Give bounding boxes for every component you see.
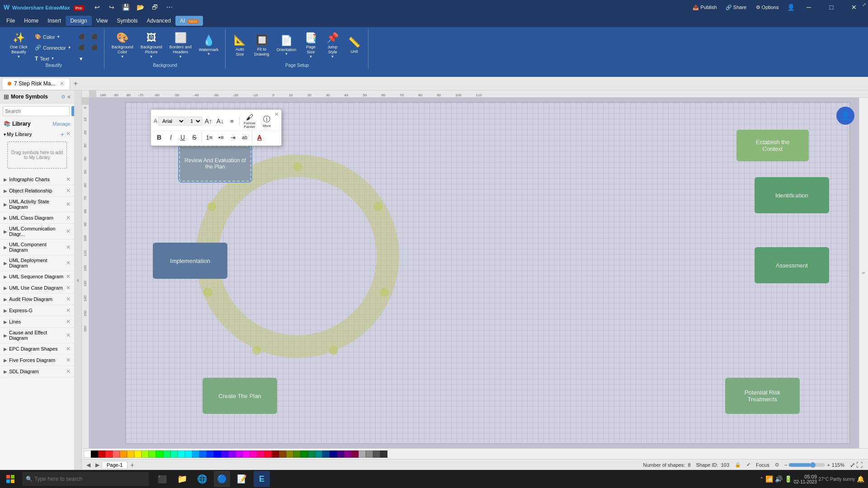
spellcheck-icon-btn[interactable]: ✓ (746, 462, 750, 468)
color-swatch-yellow1[interactable] (127, 450, 134, 458)
close-library-button[interactable]: ✕ (66, 131, 71, 138)
align-button[interactable]: ≡ (226, 116, 237, 127)
ordered-list-button[interactable]: 1≡ (204, 132, 215, 143)
fit-view-button[interactable]: ⤢ (850, 461, 855, 469)
edrawmax-button[interactable]: E (254, 471, 270, 487)
color-swatch-dark-blue1[interactable] (322, 450, 330, 458)
close-icon[interactable]: ✕ (66, 215, 71, 221)
color-swatch-red1[interactable] (98, 450, 105, 458)
color-swatch-gray3[interactable] (373, 450, 380, 458)
color-swatch-blue4[interactable] (214, 450, 221, 458)
connector-button[interactable]: 🔗 Connector ▼ (32, 43, 74, 53)
color-swatch-green2[interactable] (156, 450, 163, 458)
close-icon[interactable]: ✕ (66, 176, 71, 183)
close-icon[interactable]: ✕ (66, 228, 71, 235)
menu-insert[interactable]: Insert (43, 16, 66, 26)
color-swatch-dark-pink[interactable] (351, 450, 359, 458)
sidebar-item-object[interactable]: ▶ Object Relationship ✕ (0, 185, 74, 197)
publish-button[interactable]: 📤 Publish (689, 0, 721, 14)
unordered-list-button[interactable]: •≡ (216, 132, 226, 143)
color-swatch-crimson[interactable] (264, 450, 272, 458)
color-swatch-blue2[interactable] (199, 450, 207, 458)
notification-icon[interactable]: 🔔 (857, 475, 864, 483)
color-button[interactable]: 🎨 Color ▼ (32, 32, 63, 42)
close-icon[interactable]: ✕ (66, 244, 71, 250)
close-icon[interactable]: ✕ (66, 260, 71, 266)
color-swatch-gray4[interactable] (380, 450, 387, 458)
sidebar-item-uml-comm[interactable]: ▶ UML Communication Diagr... ✕ (0, 224, 74, 239)
menu-home[interactable]: Home (19, 16, 43, 26)
node-assessment[interactable]: Assessment (755, 247, 829, 283)
menu-symbols[interactable]: Symbols (113, 16, 142, 26)
user-avatar[interactable]: 👤 (836, 107, 854, 125)
taskbar-search-input[interactable] (34, 476, 145, 482)
start-button[interactable] (0, 470, 20, 488)
diagram-page[interactable]: ✕ A Arial 12 A↑ A↓ ≡ (125, 102, 850, 444)
auto-size-button[interactable]: 📐 AutoSize (230, 32, 250, 59)
page-tab-1[interactable]: Page-1 (102, 461, 127, 469)
color-swatch-yellow2[interactable] (134, 450, 142, 458)
menu-view[interactable]: View (92, 16, 113, 26)
close-icon[interactable]: ✕ (66, 368, 71, 375)
color-swatch-red2[interactable] (105, 450, 113, 458)
sidebar-item-five-forces[interactable]: ▶ Five Forces Diagram ✕ (0, 355, 74, 366)
taskbar-search-box[interactable]: 🔍 (22, 472, 149, 486)
my-library-expand[interactable]: ▾ (4, 132, 6, 137)
arrow-up-icon[interactable]: ⌃ (760, 476, 764, 482)
tab-document[interactable]: 7 Step Risk Ma... ✕ (2, 78, 70, 89)
close-button[interactable]: ✕ (844, 0, 864, 14)
close-icon[interactable]: ✕ (66, 201, 71, 207)
node-review[interactable]: Review And Evaluation of the Plan (179, 145, 251, 182)
search-input[interactable] (3, 106, 70, 116)
color-swatch-dark-green1[interactable] (293, 450, 301, 458)
color-swatch-violet1[interactable] (221, 450, 228, 458)
search-button[interactable]: Search (71, 106, 75, 116)
background-color-button[interactable]: 🎨 BackgroundColor ▼ (109, 32, 136, 59)
shape-style-btn1[interactable]: ⬛ (76, 32, 88, 42)
font-select[interactable]: Arial (158, 117, 185, 126)
menu-ai[interactable]: AI NEW (175, 16, 203, 26)
background-picture-button[interactable]: 🖼 BackgroundPicture ▼ (138, 32, 165, 59)
unit-button[interactable]: 📏 Unit (344, 32, 364, 59)
zoom-in-button[interactable]: + (827, 462, 830, 468)
sidebar-item-uml-sequence[interactable]: ▶ UML Sequence Diagram ✕ (0, 271, 74, 282)
zoom-slider[interactable] (789, 463, 825, 467)
menu-advanced[interactable]: Advanced (142, 16, 175, 26)
next-page-button[interactable]: ▶ (93, 460, 102, 469)
orientation-button[interactable]: 📄 Orientation ▼ (274, 32, 299, 59)
indent-button[interactable]: ⇥ (227, 132, 238, 143)
color-swatch-green1[interactable] (149, 450, 156, 458)
shape-style-btn4[interactable]: ⬛ (89, 43, 100, 53)
close-icon[interactable]: ✕ (66, 319, 71, 325)
tab-add-button[interactable]: + (70, 78, 81, 89)
task-view-button[interactable]: ⬛ (154, 471, 170, 487)
color-swatch-olive[interactable] (286, 450, 293, 458)
node-identification[interactable]: Identification (755, 177, 829, 213)
avatar-button[interactable]: 👤 (785, 0, 797, 14)
prev-page-button[interactable]: ◀ (84, 460, 93, 469)
underline-button[interactable]: U (177, 132, 188, 143)
color-swatch-dark-blue2[interactable] (330, 450, 337, 458)
new-window-button[interactable]: 🗗 (149, 0, 161, 14)
format-painter-button[interactable]: 🖌 FormatPainter (241, 113, 258, 130)
close-icon[interactable]: ✕ (66, 346, 71, 352)
undo-button[interactable]: ↩ (91, 0, 103, 14)
color-swatch-blue1[interactable] (192, 450, 199, 458)
sidebar-item-uml-usecase[interactable]: ▶ UML Use Case Diagram ✕ (0, 282, 74, 294)
sidebar-collapse-btn[interactable]: « (67, 94, 71, 100)
fit-to-drawing-button[interactable]: 🔲 Fit toDrawing (252, 32, 272, 59)
redo-button[interactable]: ↪ (106, 0, 118, 14)
right-panel-toggle[interactable]: › (859, 98, 868, 448)
shape-style-btn3[interactable]: ⬛ (76, 43, 88, 53)
color-swatch-purple1[interactable] (236, 450, 243, 458)
color-swatch-dark-violet[interactable] (337, 450, 344, 458)
chrome-button[interactable]: 🔵 (214, 471, 230, 487)
sidebar-item-uml-activity[interactable]: ▶ UML Activity State Diagram ✕ (0, 197, 74, 212)
close-icon[interactable]: ✕ (66, 357, 71, 363)
borders-headers-button[interactable]: ⬜ Borders andHeaders ▼ (167, 32, 194, 59)
color-swatch-red3[interactable] (113, 450, 120, 458)
canvas-area[interactable]: ✕ A Arial 12 A↑ A↓ ≡ (89, 98, 868, 448)
jump-style-button[interactable]: 📌 JumpStyle ▼ (323, 32, 343, 59)
color-swatch-green3[interactable] (163, 450, 170, 458)
color-swatch-dark-green2[interactable] (301, 450, 308, 458)
